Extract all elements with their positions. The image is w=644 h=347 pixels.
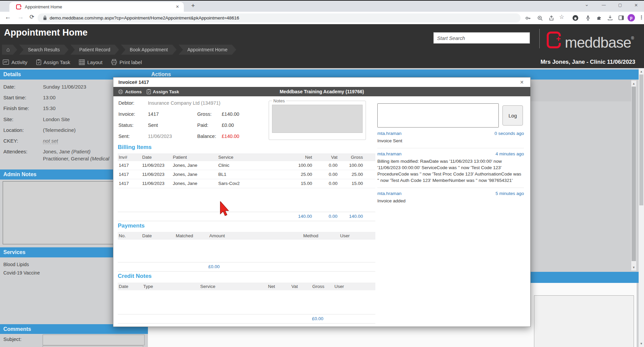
cell-gross: 25.00 — [337, 170, 363, 179]
log-button[interactable]: Log — [502, 105, 523, 126]
payments-table-header: No. Date Matched Amount Method User — [118, 232, 375, 240]
actions-panel-title: Actions — [151, 71, 171, 77]
extension-logo-icon[interactable] — [572, 15, 579, 21]
comment-body-input-partial[interactable] — [43, 346, 143, 347]
side-panel-icon[interactable] — [618, 15, 624, 21]
log-entry: mta.hraman 0 seconds ago Invoice Sent — [377, 128, 524, 148]
breadcrumb-patient-record[interactable]: Patient Record — [70, 45, 119, 55]
payments-totals-row: £0.00 — [118, 262, 375, 271]
browser-tab[interactable]: + Appointment Home ✕ — [9, 2, 184, 12]
toolbar-assign-task[interactable]: Assign Task — [36, 59, 70, 65]
new-tab-button[interactable]: + — [191, 2, 195, 9]
panel-scrollbar-thumb[interactable] — [632, 87, 636, 261]
browser-menu-icon[interactable]: ⋮ — [639, 14, 644, 20]
lower-panel-notes-box[interactable] — [534, 295, 634, 347]
col-service: Service — [218, 153, 279, 161]
details-value-start: 13:00 — [43, 95, 56, 100]
bookmark-star-icon[interactable]: ☆ — [559, 13, 564, 20]
billing-row[interactable]: 1417 11/06/2023 Jones, Jane BL1 25.00 0.… — [118, 170, 375, 179]
details-label-date: Date: — [3, 84, 42, 90]
profile-avatar[interactable]: p — [628, 14, 635, 21]
cell-inv: 1417 — [118, 161, 142, 170]
microphone-icon[interactable] — [585, 15, 591, 21]
refresh-icon[interactable]: ⟳ — [30, 13, 34, 20]
breadcrumb-home[interactable]: ⌂ — [2, 45, 17, 55]
status-label: Status: — [118, 122, 133, 128]
modal-close-icon[interactable]: ✕ — [520, 80, 524, 85]
toolbar-activity[interactable]: Activity — [3, 59, 28, 65]
assign-task-icon — [36, 59, 41, 65]
url-text: demo.meddbase.com/nmp.aspx?cp=Appointmen… — [50, 13, 239, 22]
log-timestamp: 0 seconds ago — [494, 131, 524, 136]
panel-scroll-up-icon[interactable]: ▲ — [631, 81, 636, 86]
log-entry-text: Invoice added — [377, 198, 524, 204]
window-maximize-icon[interactable]: ▢ — [618, 3, 622, 7]
invoice-modal: Invoice# 1417 ✕ Actions Assign Task Medd… — [113, 77, 531, 327]
modal-org-title: Meddbase Training Academy (119766) — [113, 89, 530, 94]
credit-notes-table-header: Date Type Service Net Vat Gross User — [118, 283, 375, 290]
cell-date: 11/06/2023 — [142, 161, 173, 170]
panel-scrollbar[interactable]: ▲ ▼ — [631, 81, 636, 270]
log-entry: mta.hraman 5 minutes ago Invoice added — [377, 188, 524, 208]
sent-value: 11/06/2023 — [148, 134, 172, 139]
forward-icon[interactable]: → — [17, 13, 24, 21]
subject-input[interactable] — [43, 335, 145, 345]
layout-grid-icon — [79, 59, 85, 65]
logo-word: meddbase — [565, 34, 631, 51]
cell-net: 15.00 — [279, 179, 312, 188]
col-net: Net — [251, 283, 275, 290]
log-user-link[interactable]: mta.hraman — [377, 151, 401, 156]
service-item-covid-vaccine[interactable]: Covid-19 Vaccine — [3, 270, 40, 276]
service-item-blood-lipids[interactable]: Blood Lipids — [3, 262, 29, 267]
back-icon[interactable]: ← — [5, 13, 11, 21]
log-user-link[interactable]: mta.hraman — [377, 191, 401, 196]
billing-row[interactable]: 1417 11/06/2023 Jones, Jane Sars-Cov2 15… — [118, 179, 375, 188]
window-close-icon[interactable]: ✕ — [634, 3, 638, 8]
page-scroll-down-icon[interactable]: ▼ — [639, 341, 644, 346]
toolbar-layout[interactable]: Layout — [79, 59, 102, 65]
page-scrollbar-thumb[interactable] — [639, 75, 643, 205]
toolbar-assign-task-label: Assign Task — [44, 59, 70, 65]
panel-scroll-down-icon[interactable]: ▼ — [631, 265, 636, 270]
log-entry-text: Invoice Sent — [377, 138, 524, 144]
page-title: Appointment Home — [4, 28, 88, 38]
log-timestamp: 4 minutes ago — [495, 151, 524, 156]
cell-gross: 100.00 — [337, 161, 363, 170]
log-input[interactable] — [377, 103, 499, 128]
activity-log: mta.hraman 0 seconds ago Invoice Sent mt… — [377, 128, 524, 208]
cell-service: BL1 — [218, 170, 279, 179]
tab-search-icon[interactable]: ⌄ — [585, 1, 589, 7]
meddbase-logo-plus-icon: + — [556, 34, 561, 44]
share-icon[interactable] — [548, 15, 554, 21]
toolbar-print-label[interactable]: Print label — [111, 59, 142, 65]
notes-disabled-area — [272, 105, 363, 133]
log-user-link[interactable]: mta.hraman — [377, 131, 401, 136]
details-value-location: (Telemedicine) — [43, 127, 76, 133]
download-icon[interactable] — [607, 15, 613, 21]
address-bar[interactable]: demo.meddbase.com/nmp.aspx?cp=Appointmen… — [38, 13, 521, 22]
col-date: Date — [142, 153, 173, 161]
zoom-icon[interactable] — [537, 15, 543, 21]
details-value-ckey[interactable]: not set — [43, 138, 58, 144]
tab-close-icon[interactable]: ✕ — [176, 4, 179, 9]
attendee-1: Jones, Jane (Patient) — [43, 149, 91, 154]
balance-value: £140.00 — [222, 134, 239, 139]
search-input[interactable] — [433, 32, 530, 44]
breadcrumb-appointment-home[interactable]: Appointment Home — [178, 45, 236, 55]
page-scrollbar[interactable]: ▲ ▼ — [639, 68, 644, 347]
billing-total-vat: 0.00 — [312, 212, 337, 221]
extensions-puzzle-icon[interactable] — [596, 15, 602, 21]
attendee-2: Practitioner, General (Medical — [43, 156, 109, 161]
details-label-site: Site: — [3, 116, 42, 122]
page-scroll-up-icon[interactable]: ▲ — [639, 69, 644, 74]
breadcrumb-book-appointment[interactable]: Book Appointment — [121, 45, 177, 55]
breadcrumb-search-results[interactable]: Search Results — [19, 45, 68, 55]
key-icon[interactable] — [525, 15, 531, 21]
mouse-cursor — [220, 201, 230, 216]
window-minimize-icon[interactable]: — — [602, 3, 606, 7]
billing-row[interactable]: 1417 11/06/2023 Jones, Jane Clinic 100.0… — [118, 161, 375, 170]
details-label-start: Start time: — [3, 95, 42, 100]
debtor-value[interactable]: Insurance Company Ltd (134971) — [148, 100, 220, 106]
col-amount: Amount — [209, 232, 303, 240]
col-service: Service — [200, 283, 251, 290]
